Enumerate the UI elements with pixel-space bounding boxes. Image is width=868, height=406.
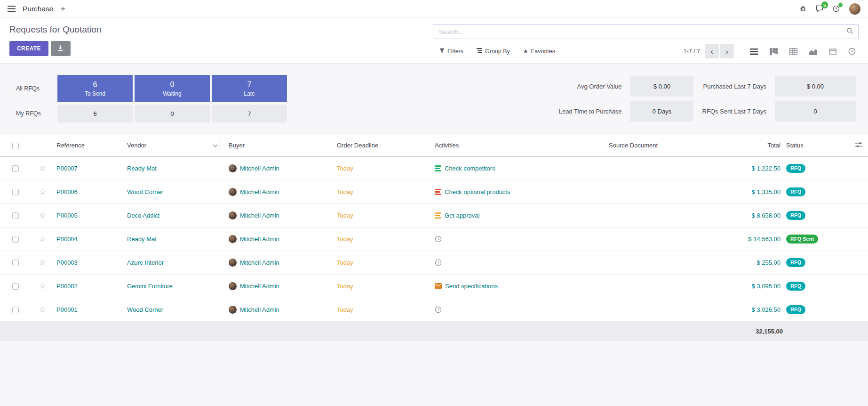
favorite-star-icon[interactable]: ☆ bbox=[39, 187, 46, 196]
buyer-link[interactable]: Mitchell Admin bbox=[240, 212, 279, 219]
buyer-avatar bbox=[229, 188, 237, 196]
favorites-button[interactable]: ★ Favorites bbox=[523, 48, 555, 55]
row-checkbox[interactable] bbox=[12, 307, 19, 313]
reference-link[interactable]: P00002 bbox=[56, 283, 78, 290]
search-box bbox=[433, 24, 859, 39]
table-row[interactable]: ☆ P00004 Ready Mat Mitchell Admin Today … bbox=[0, 227, 868, 251]
activity-link[interactable]: Get approval bbox=[445, 212, 479, 219]
clock-icon[interactable] bbox=[435, 306, 442, 313]
table-row[interactable]: ☆ P00007 Ready Mat Mitchell Admin Today … bbox=[0, 156, 868, 180]
column-header-source-document[interactable]: Source Document bbox=[606, 135, 729, 156]
table-row[interactable]: ☆ P00002 Gemini Furniture Mitchell Admin… bbox=[0, 274, 868, 298]
reference-link[interactable]: P00004 bbox=[56, 235, 78, 243]
favorite-star-icon[interactable]: ☆ bbox=[39, 282, 46, 291]
column-header-vendor[interactable]: Vendor bbox=[124, 135, 226, 156]
calendar-view-icon[interactable] bbox=[829, 48, 836, 55]
column-header-reference[interactable]: Reference bbox=[54, 135, 124, 156]
search-icon[interactable] bbox=[846, 27, 853, 36]
tile-my-late[interactable]: 7 bbox=[212, 105, 287, 122]
column-header-order-deadline[interactable]: Order Deadline bbox=[334, 135, 432, 156]
total-value: $ 14,563.00 bbox=[729, 227, 783, 251]
graph-view-icon[interactable] bbox=[809, 48, 817, 55]
vendor-link[interactable]: Deco Addict bbox=[127, 212, 159, 219]
row-checkbox[interactable] bbox=[12, 236, 19, 243]
pivot-view-icon[interactable] bbox=[789, 48, 797, 55]
group-by-button[interactable]: Group By bbox=[477, 48, 510, 55]
column-header-total[interactable]: Total bbox=[729, 135, 783, 156]
tile-late[interactable]: 7 Late bbox=[212, 75, 287, 102]
activity-view-icon[interactable] bbox=[848, 48, 856, 55]
vendor-link[interactable]: Azure Interior bbox=[127, 259, 164, 266]
kanban-view-icon[interactable] bbox=[770, 48, 778, 55]
column-resize-handle[interactable] bbox=[221, 140, 221, 151]
favorite-star-icon[interactable]: ☆ bbox=[39, 164, 46, 173]
tile-my-waiting[interactable]: 0 bbox=[135, 105, 210, 122]
vendor-link[interactable]: Wood Corner bbox=[127, 306, 163, 313]
row-checkbox[interactable] bbox=[12, 189, 19, 195]
pager-prev-button[interactable]: ‹ bbox=[705, 44, 719, 58]
vendor-link[interactable]: Ready Mat bbox=[127, 235, 157, 243]
favorite-star-icon[interactable]: ☆ bbox=[39, 305, 46, 314]
favorite-star-icon[interactable]: ☆ bbox=[39, 211, 46, 220]
buyer-link[interactable]: Mitchell Admin bbox=[240, 165, 279, 172]
tile-count: 0 bbox=[170, 81, 175, 89]
total-value: $ 1,222.50 bbox=[729, 156, 783, 180]
search-input[interactable] bbox=[438, 28, 846, 36]
status-badge: RFQ bbox=[786, 305, 805, 314]
tile-col-to-send: 6 To Send 6 bbox=[57, 75, 133, 122]
reference-link[interactable]: P00001 bbox=[56, 306, 78, 313]
activity-link[interactable]: Check competitors bbox=[445, 165, 495, 172]
messages-icon[interactable]: 5 bbox=[816, 5, 823, 12]
vendor-link[interactable]: Wood Corner bbox=[127, 188, 163, 195]
buyer-avatar bbox=[229, 164, 237, 172]
page-title: Requests for Quotation bbox=[9, 24, 101, 35]
tile-waiting[interactable]: 0 Waiting bbox=[135, 75, 210, 102]
table-row[interactable]: ☆ P00001 Wood Corner Mitchell Admin Toda… bbox=[0, 298, 868, 321]
envelope-icon bbox=[435, 283, 442, 289]
buyer-link[interactable]: Mitchell Admin bbox=[240, 259, 279, 266]
column-header-activities[interactable]: Activities bbox=[432, 135, 606, 156]
favorite-star-icon[interactable]: ☆ bbox=[39, 235, 46, 244]
create-button[interactable]: CREATE bbox=[9, 41, 48, 56]
favorite-star-icon[interactable]: ☆ bbox=[39, 258, 46, 267]
hamburger-menu-icon[interactable] bbox=[8, 6, 16, 12]
vendor-link[interactable]: Gemini Furniture bbox=[127, 283, 173, 290]
list-view-icon[interactable] bbox=[750, 48, 758, 55]
table-row[interactable]: ☆ P00005 Deco Addict Mitchell Admin Toda… bbox=[0, 203, 868, 227]
row-checkbox[interactable] bbox=[12, 260, 19, 266]
vendor-link[interactable]: Ready Mat bbox=[127, 165, 157, 172]
clock-icon[interactable] bbox=[435, 235, 442, 243]
row-checkbox[interactable] bbox=[12, 283, 19, 290]
filters-button[interactable]: Filters bbox=[439, 48, 463, 55]
activities-clock-icon[interactable] bbox=[833, 5, 840, 12]
column-header-status[interactable]: Status bbox=[783, 135, 849, 156]
pager-next-button[interactable]: › bbox=[720, 44, 734, 58]
tile-to-send[interactable]: 6 To Send bbox=[57, 75, 133, 102]
table-row[interactable]: ☆ P00006 Wood Corner Mitchell Admin Toda… bbox=[0, 180, 868, 203]
reference-link[interactable]: P00006 bbox=[56, 188, 78, 195]
app-menu-purchase[interactable]: Purchase bbox=[23, 5, 53, 13]
activity-link[interactable]: Send specifications bbox=[445, 283, 498, 290]
tile-my-to-send[interactable]: 6 bbox=[57, 105, 133, 122]
reference-link[interactable]: P00005 bbox=[56, 212, 78, 219]
column-header-buyer[interactable]: Buyer bbox=[226, 135, 334, 156]
row-checkbox[interactable] bbox=[12, 165, 19, 172]
activity-link[interactable]: Check optional products bbox=[445, 188, 510, 195]
row-checkbox[interactable] bbox=[12, 212, 19, 219]
select-all-checkbox[interactable] bbox=[12, 143, 19, 149]
reference-link[interactable]: P00007 bbox=[56, 165, 78, 172]
export-button[interactable] bbox=[51, 41, 71, 56]
clock-icon[interactable] bbox=[435, 259, 442, 266]
reference-link[interactable]: P00003 bbox=[56, 259, 78, 266]
buyer-link[interactable]: Mitchell Admin bbox=[240, 306, 279, 313]
buyer-link[interactable]: Mitchell Admin bbox=[240, 235, 279, 243]
plus-icon[interactable]: + bbox=[60, 5, 65, 13]
table-row[interactable]: ☆ P00003 Azure Interior Mitchell Admin T… bbox=[0, 251, 868, 274]
debug-bug-icon[interactable] bbox=[799, 5, 806, 12]
user-avatar[interactable] bbox=[849, 3, 860, 15]
buyer-link[interactable]: Mitchell Admin bbox=[240, 283, 279, 290]
control-panel: Requests for Quotation CREATE bbox=[0, 18, 868, 63]
column-settings-icon[interactable] bbox=[849, 135, 868, 156]
buyer-link[interactable]: Mitchell Admin bbox=[240, 188, 279, 195]
sort-chevron-down-icon[interactable] bbox=[213, 142, 218, 149]
